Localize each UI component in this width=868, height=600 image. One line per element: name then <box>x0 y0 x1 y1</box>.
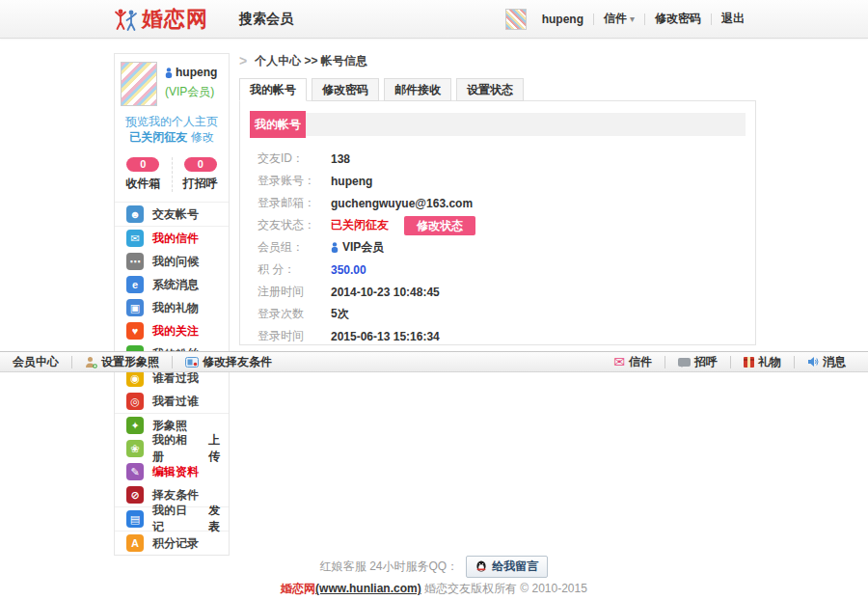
greet-label: 打招呼 <box>173 176 230 192</box>
portrait-photo-icon: ✦ <box>126 417 144 434</box>
breadcrumb-text: 个人中心 >> 帐号信息 <box>255 53 367 69</box>
header-mail-label: 信件 <box>604 11 627 27</box>
field-row-login-count: 登录次数 5次 <box>258 303 746 325</box>
greet-count-badge: 0 <box>184 157 217 172</box>
sidebar-profile-card: hupeng (VIP会员) 预览我的个人主页 已关闭征友 修改 0 收件箱 0… <box>114 53 230 556</box>
mail-icon: ✉ <box>613 356 625 368</box>
inbox-counter[interactable]: 0 收件箱 <box>115 157 173 192</box>
account-fields: 交友ID： 138 登录账号： hupeng 登录邮箱： guchengwuyu… <box>250 148 746 347</box>
section-bar: 我的帐号 <box>250 113 746 136</box>
field-row-dating-status: 交友状态： 已关闭征友 修改状态 <box>258 214 746 236</box>
field-row-friend-id: 交友ID： 138 <box>258 148 746 170</box>
footer-site-name: 婚恋网 <box>281 582 315 595</box>
dating-status-text: 已关闭征友 <box>129 130 187 144</box>
profile-username: hupeng <box>176 66 217 79</box>
header-user-menu: hupeng 信件 ▾ 修改密码 退出 <box>505 9 754 30</box>
my-greetings-icon: ⋯ <box>126 253 144 270</box>
toolbar-gift[interactable]: 礼物 <box>731 354 794 370</box>
sidebar-menu: ☻ 交友帐号 ✉ 我的信件 ⋯ 我的问候 e 系统消息 ▣ 我的礼物 ♥ 我的关… <box>115 202 229 555</box>
header-avatar[interactable] <box>505 9 527 30</box>
toolbar-greet[interactable]: 招呼 <box>665 354 730 370</box>
greet-counter[interactable]: 0 打招呼 <box>173 157 230 192</box>
preview-homepage-link[interactable]: 预览我的个人主页 <box>125 115 218 128</box>
toolbar-right-group: ✉ 信件 招呼 礼物 消息 <box>601 354 858 370</box>
criteria-icon <box>185 357 199 368</box>
sidebar-item-my-diary[interactable]: ▤ 我的日记 发表 <box>115 506 229 531</box>
breadcrumb: > 个人中心 >> 帐号信息 <box>239 53 756 68</box>
my-mail-icon: ✉ <box>126 230 144 247</box>
gift-icon <box>744 357 754 368</box>
footer-site-url[interactable]: (www.hunlian.com) <box>315 582 421 595</box>
field-row-member-group: 会员组： VIP会员 <box>258 236 746 259</box>
toolbar-modify-criteria[interactable]: 修改择友条件 <box>173 354 285 370</box>
field-row-login-email: 登录邮箱： guchengwuyue@163.com <box>258 192 746 214</box>
diary-post-link[interactable]: 发表 <box>208 503 229 535</box>
chat-bubble-icon <box>678 358 691 367</box>
partner-criteria-icon: ⊘ <box>126 486 144 504</box>
points-record-icon: A <box>126 534 144 552</box>
modify-status-link[interactable]: 修改 <box>191 130 214 144</box>
top-header: 婚恋网 搜索会员 hupeng 信件 ▾ 修改密码 退出 <box>0 0 868 39</box>
my-gifts-icon: ▣ <box>126 299 144 316</box>
header-logout[interactable]: 退出 <box>712 11 754 27</box>
my-diary-icon: ▤ <box>126 510 144 528</box>
sidebar-item-whom-i-viewed[interactable]: ◎ 我看过谁 <box>115 390 229 413</box>
account-panel: 我的帐号 交友ID： 138 登录账号： hupeng 登录邮箱： guchen… <box>239 100 756 345</box>
quick-toolbar: 会员中心 设置形象照 修改择友条件 ✉ 信件 <box>0 351 868 372</box>
toolbar-message[interactable]: 消息 <box>795 354 858 370</box>
dating-status-value: 已关闭征友 <box>331 217 389 233</box>
header-username[interactable]: hupeng <box>532 13 593 26</box>
sidebar-item-my-mail[interactable]: ✉ 我的信件 <box>115 226 229 250</box>
tab-mail-receive[interactable]: 邮件接收 <box>384 78 451 101</box>
toolbar-set-portrait[interactable]: 设置形象照 <box>72 354 172 370</box>
site-logo[interactable]: 婚恋网 <box>114 5 208 34</box>
sidebar-item-my-gifts[interactable]: ▣ 我的礼物 <box>115 296 229 319</box>
account-tabs: 我的帐号 修改密码 邮件接收 设置状态 <box>239 78 756 101</box>
person-icon <box>331 242 339 253</box>
toolbar-member-center[interactable]: 会员中心 <box>0 354 71 370</box>
tab-my-account[interactable]: 我的帐号 <box>239 78 307 101</box>
header-change-password[interactable]: 修改密码 <box>645 11 711 27</box>
page: 婚恋网 搜索会员 hupeng 信件 ▾ 修改密码 退出 <box>0 0 868 600</box>
toolbar-mail[interactable]: ✉ 信件 <box>601 354 665 370</box>
field-row-login-time: 登录时间 2015-06-13 15:16:34 <box>258 325 746 347</box>
points-value: 350.00 <box>331 263 366 277</box>
couple-figures-icon <box>114 7 139 32</box>
chevron-right-icon: > <box>239 54 247 68</box>
sidebar-item-system-message[interactable]: e 系统消息 <box>115 273 229 296</box>
friend-account-icon: ☻ <box>126 205 144 223</box>
header-mail-menu[interactable]: 信件 ▾ <box>594 11 644 27</box>
sidebar-item-my-album[interactable]: ❀ 我的相册 上传 <box>115 437 229 460</box>
sidebar-item-friend-account[interactable]: ☻ 交友帐号 <box>115 202 229 226</box>
chevron-down-icon: ▾ <box>630 14 635 24</box>
system-message-icon: e <box>126 276 144 293</box>
album-upload-link[interactable]: 上传 <box>208 432 229 465</box>
tab-set-status[interactable]: 设置状态 <box>456 78 524 101</box>
inbox-label: 收件箱 <box>115 176 172 192</box>
avatar[interactable] <box>121 62 157 106</box>
modify-status-button[interactable]: 修改状态 <box>404 216 475 235</box>
nav-search-members[interactable]: 搜索会员 <box>239 11 293 28</box>
inbox-count-badge: 0 <box>126 157 159 172</box>
member-group-value: VIP会员 <box>342 239 384 256</box>
sidebar-item-my-greetings[interactable]: ⋯ 我的问候 <box>115 250 229 273</box>
edit-profile-icon: ✎ <box>126 463 144 480</box>
qq-message-button[interactable]: 给我留言 <box>466 556 548 578</box>
tab-change-password[interactable]: 修改密码 <box>312 78 379 101</box>
footer-copyright: 婚恋交友版权所有 © 2010-2015 <box>421 582 587 595</box>
field-row-login-account: 登录账号： hupeng <box>258 170 746 192</box>
my-follows-icon: ♥ <box>126 322 144 340</box>
profile-summary: hupeng (VIP会员) <box>115 54 229 106</box>
sidebar-item-my-follows[interactable]: ♥ 我的关注 <box>115 319 229 342</box>
main-content: > 个人中心 >> 帐号信息 我的帐号 修改密码 邮件接收 设置状态 我的帐号 … <box>239 53 756 345</box>
logo-text: 婚恋网 <box>142 5 208 34</box>
speaker-icon <box>807 356 819 368</box>
qq-penguin-icon <box>475 560 487 573</box>
person-icon <box>165 68 173 78</box>
service-text: 红娘客服 24小时服务QQ： <box>320 559 458 575</box>
my-album-icon: ❀ <box>126 440 144 457</box>
user-photo-icon <box>85 356 97 368</box>
profile-name: hupeng <box>165 66 217 79</box>
profile-counters: 0 收件箱 0 打招呼 <box>115 157 229 202</box>
field-row-register-time: 注册时间 2014-10-23 10:48:45 <box>258 281 746 303</box>
